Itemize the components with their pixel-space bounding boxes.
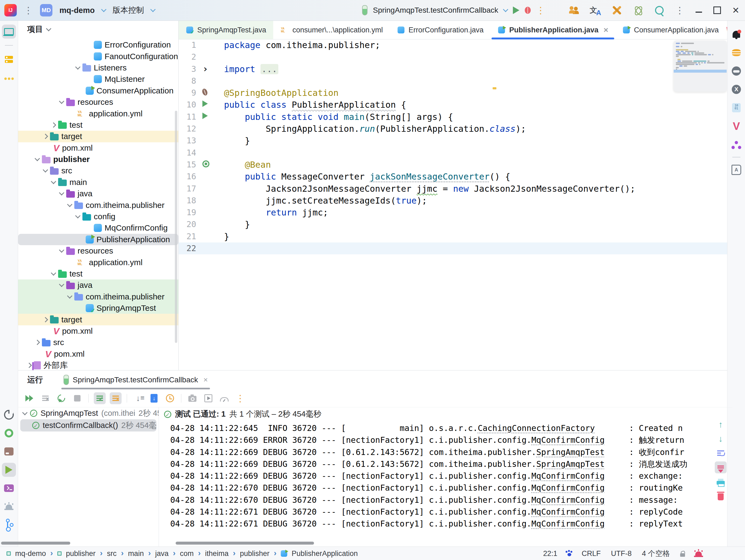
breadcrumb-item[interactable]: publisher — [240, 550, 270, 558]
minimize-button[interactable] — [695, 11, 702, 13]
tree-row-MqConfirmConfig[interactable]: MqConfirmConfig — [18, 222, 179, 234]
previous-occurrence-button[interactable]: ↑ — [715, 419, 726, 430]
tree-row-target[interactable]: target — [18, 314, 179, 325]
tree-row-com.itheima.publisher[interactable]: com.itheima.publisher — [18, 199, 179, 211]
deps-toolwindow-button[interactable] — [729, 137, 743, 151]
run-console[interactable]: 04-28 14:11:22:645 INFO 36720 --- [ main… — [170, 422, 714, 536]
gear-toolwindow-button[interactable] — [2, 426, 16, 440]
fold-collapsed-icon[interactable]: › — [202, 65, 208, 73]
db-toolwindow-button[interactable] — [729, 46, 743, 60]
run-configuration-selector[interactable]: SpringAmqpTest.testConfirmCallback — [373, 6, 498, 14]
tree-row-target[interactable]: target — [18, 131, 179, 142]
tree-row-FanoutConfiguration[interactable]: FanoutConfiguration — [18, 50, 179, 62]
project-panel-header[interactable]: 项目 — [18, 21, 179, 38]
code-minimap[interactable] — [674, 40, 726, 92]
tree-row-resources[interactable]: resources — [18, 245, 179, 256]
breadcrumb-item[interactable]: itheima — [205, 550, 229, 558]
problems-toolwindow-button[interactable] — [2, 499, 16, 514]
debug-button[interactable] — [525, 7, 531, 14]
bean-gutter-icon[interactable] — [202, 161, 209, 167]
tree-row-src[interactable]: src — [18, 165, 179, 176]
logger-link[interactable]: MqConfirmConfig — [531, 471, 605, 481]
bell-toolwindow-button[interactable] — [729, 27, 743, 41]
rerun-tests-button[interactable] — [24, 392, 35, 404]
git-toolwindow-button[interactable] — [2, 518, 16, 532]
chevron-down-icon[interactable] — [75, 213, 80, 218]
vcs-selector[interactable]: 版本控制 — [113, 5, 144, 16]
run-button[interactable] — [513, 6, 519, 14]
search-everywhere-icon[interactable] — [655, 6, 664, 14]
project-selector[interactable]: mq-demo — [60, 6, 95, 15]
tab-ConsumerApplication.java[interactable]: ConsumerApplication.java — [615, 21, 726, 39]
tab-ErrorConfiguration.java[interactable]: ErrorConfiguration.java — [390, 21, 491, 39]
translate-icon[interactable]: 文 — [590, 5, 601, 15]
line-separator[interactable]: CRLF — [582, 550, 601, 558]
tree-row-Listeners[interactable]: Listeners — [18, 62, 179, 73]
breadcrumb-item[interactable]: src — [107, 550, 117, 558]
logger-link[interactable]: CachingConnectionFactory — [478, 423, 595, 433]
terminal-toolwindow-button[interactable] — [2, 481, 16, 495]
profiler-toolwindow-button[interactable] — [2, 408, 16, 422]
export-button[interactable] — [202, 392, 214, 404]
close-tab-icon[interactable]: × — [604, 25, 609, 35]
file-encoding[interactable]: UTF-8 — [611, 550, 632, 558]
import-results-button[interactable]: ↓ — [148, 392, 160, 404]
print-button[interactable] — [715, 476, 726, 488]
tree-row-config[interactable]: config — [18, 211, 179, 222]
tree-row-pom.xml[interactable]: Vpom.xml — [18, 348, 179, 360]
show-passed-toggle[interactable]: ✓ — [94, 392, 106, 404]
build-toolwindow-button[interactable] — [2, 445, 16, 458]
chevron-down-icon[interactable] — [22, 410, 28, 415]
logger-link[interactable]: SpringAmqpTest — [537, 447, 605, 457]
logger-link[interactable]: MqConfirmConfig — [531, 495, 605, 505]
show-failed-toggle[interactable]: × — [110, 392, 122, 404]
breadcrumb-item[interactable]: PublisherApplication — [292, 550, 358, 558]
next-occurrence-button[interactable]: ↓ — [715, 433, 726, 445]
test-row-testConfirmCallback()[interactable]: ✓testConfirmCallback()2秒 454毫秒 — [20, 419, 157, 431]
chevron-down-icon[interactable] — [59, 190, 64, 196]
chevron-down-icon[interactable] — [59, 99, 64, 104]
tree-row-main[interactable]: main — [18, 177, 179, 188]
tree-row-pom.xml[interactable]: Vpom.xml — [18, 142, 179, 154]
runbtn-toolwindow-button[interactable] — [2, 463, 16, 477]
binary-toolwindow-button[interactable]: 10 01 — [729, 101, 743, 115]
chevron-down-icon[interactable] — [67, 293, 72, 299]
mavenv-toolwindow-button[interactable]: V — [729, 119, 743, 133]
caret-position[interactable]: 22:1 — [543, 550, 557, 558]
breadcrumb-item[interactable]: java — [155, 550, 169, 558]
tree-row-外部库[interactable]: 外部库 — [18, 360, 179, 370]
close-button[interactable]: × — [732, 6, 739, 14]
warning-stripe-mark[interactable] — [493, 87, 496, 90]
logger-link[interactable]: MqConfirmConfig — [531, 507, 605, 517]
chevron-down-icon[interactable] — [67, 202, 72, 207]
project-horizontal-scrollbar[interactable] — [1, 541, 70, 545]
tree-row-resources[interactable]: resources — [18, 96, 179, 108]
tree-row-SpringAmqpTest[interactable]: SpringAmqpTest — [18, 303, 179, 314]
run-tab[interactable]: SpringAmqpTest.testConfirmCallback × — [60, 371, 212, 389]
xcircle-toolwindow-button[interactable]: X — [729, 82, 743, 96]
chevron-down-icon[interactable] — [35, 156, 40, 161]
tree-vertical-scrollbar[interactable] — [175, 111, 177, 343]
breadcrumb-item[interactable]: publisher — [66, 550, 96, 558]
project-toolwindow-button[interactable] — [2, 25, 16, 39]
more-options-button[interactable]: ⋮ — [234, 392, 246, 404]
chevron-right-icon[interactable] — [51, 122, 56, 128]
tree-row-test[interactable]: test — [18, 268, 179, 279]
chevron-down-icon[interactable] — [43, 167, 48, 173]
main-menu-icon[interactable]: ⋮ — [24, 6, 33, 15]
tree-row-publisher[interactable]: publisher — [18, 154, 179, 165]
chevron-down-icon[interactable] — [75, 64, 80, 70]
tree-row-src[interactable]: src — [18, 337, 179, 348]
tools-icon[interactable] — [612, 5, 621, 15]
test-history-button[interactable] — [164, 392, 176, 404]
chevron-down-icon[interactable] — [51, 179, 56, 184]
tree-row-java[interactable]: java — [18, 279, 179, 291]
tree-row-pom.xml[interactable]: Vpom.xml — [18, 325, 179, 337]
tree-row-application.yml[interactable]: YAMLapplication.yml — [18, 108, 179, 119]
coverage-button[interactable] — [218, 392, 230, 404]
tree-row-MqListener[interactable]: MqListener — [18, 73, 179, 85]
code-with-me-icon[interactable] — [569, 6, 578, 14]
code-editor[interactable]: 1package com.itheima.publisher;23›import… — [179, 39, 727, 254]
tree-row-java[interactable]: java — [18, 188, 179, 199]
services-toolwindow-button[interactable] — [2, 52, 16, 66]
